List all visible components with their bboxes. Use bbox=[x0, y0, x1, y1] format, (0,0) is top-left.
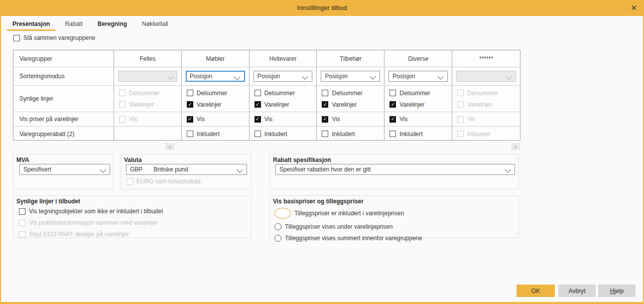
inkludert-hidden-group-label: Inkludert bbox=[467, 131, 490, 138]
varelinjer-mobler-label: Varelinjer bbox=[197, 101, 222, 108]
tilbud-option-0-checkbox[interactable] bbox=[19, 208, 25, 215]
inkludert-mobler-label: Inkludert bbox=[197, 131, 220, 138]
cell-inkludert-hidden-group: Inkludert bbox=[452, 127, 520, 141]
cell-sort-hvitevarer: Posisjon bbox=[250, 67, 317, 86]
vis-mobler-label: Vis bbox=[197, 116, 205, 123]
inkludert-hvitevarer-checkbox[interactable] bbox=[255, 131, 261, 137]
table-scroll-right-button[interactable]: › bbox=[511, 143, 520, 150]
cell-inkludert-mobler: Inkludert bbox=[182, 127, 250, 141]
delsummer-hvitevarer-checkbox[interactable] bbox=[255, 90, 261, 96]
chevron-down-icon bbox=[100, 166, 106, 173]
title-bar: Innstillinger tilbud ✕ bbox=[0, 0, 644, 16]
inkludert-diverse-row: Inkludert bbox=[389, 131, 422, 138]
vis-diverse-checkbox[interactable]: ✓ bbox=[389, 116, 396, 123]
tab-presentasjon[interactable]: Presentasjon bbox=[7, 17, 55, 31]
currency-name: Britiske pund bbox=[153, 166, 188, 173]
cell-sort-felles bbox=[114, 67, 182, 86]
sorteringsmodus-select-diverse[interactable]: Posisjon bbox=[388, 71, 448, 82]
delsummer-mobler-row: Delsummer bbox=[187, 90, 227, 97]
discount-specification-value: Spesifiser rabatten hvor den er gitt bbox=[279, 166, 371, 173]
sorteringsmodus-select-hvitevarer[interactable]: Posisjon bbox=[254, 71, 313, 82]
varelinjer-diverse-checkbox[interactable]: ✓ bbox=[389, 101, 396, 108]
merge-groups-checkbox[interactable] bbox=[13, 35, 20, 41]
basispris-option-1-row: Tilleggspriser vises under varelinjepris… bbox=[274, 223, 422, 230]
basispris-option-0-radio[interactable] bbox=[274, 208, 291, 219]
varelinjer-diverse-row: ✓Varelinjer bbox=[389, 101, 424, 108]
check-icon: ✓ bbox=[323, 102, 327, 107]
ok-button[interactable]: OK bbox=[516, 285, 555, 297]
inkludert-hvitevarer-label: Inkludert bbox=[264, 131, 287, 138]
visible-lines-options: Vis tegningsobjekter som ikke er inklude… bbox=[19, 208, 163, 238]
basispris-option-2-row: Tilleggspriser vises summert innenfor va… bbox=[274, 235, 422, 242]
check-icon: ✓ bbox=[188, 102, 192, 107]
vis-diverse-row: ✓Vis bbox=[389, 116, 407, 123]
chevron-down-icon bbox=[302, 73, 309, 80]
table-scroll-left-button[interactable]: ‹ bbox=[165, 143, 174, 150]
inkludert-tilbehor-checkbox[interactable] bbox=[322, 131, 328, 137]
cell-synlige-hidden-group: DelsummerVarelinjer bbox=[452, 86, 520, 112]
vis-hvitevarer-row: ✓Vis bbox=[255, 116, 272, 123]
tab-nokkeltall[interactable]: Nøkkeltall bbox=[136, 17, 174, 31]
chevron-down-icon bbox=[505, 166, 511, 173]
sorteringsmodus-select-tilbehor[interactable]: Posisjon bbox=[321, 71, 380, 82]
inkludert-tilbehor-row: Inkludert bbox=[322, 131, 355, 138]
mva-section: MVA Spesifisert bbox=[13, 154, 114, 189]
currency-select[interactable]: GBP Britiske pund bbox=[126, 164, 247, 175]
tab-beregning[interactable]: Beregning bbox=[92, 17, 132, 31]
tilbud-option-1-label: Vis plukklisteinformasjon sammen med var… bbox=[29, 219, 158, 226]
help-button[interactable]: Hjelp bbox=[598, 285, 636, 297]
tilbud-option-2-label: Skjul ECO PART detaljer på varelinjer bbox=[29, 231, 129, 238]
basispris-option-1-label: Tilleggspriser vises under varelinjepris… bbox=[285, 223, 392, 230]
tilbud-option-1-checkbox bbox=[19, 220, 25, 226]
radio-dot-icon bbox=[276, 225, 280, 229]
table-header-felles: Felles bbox=[114, 50, 182, 67]
delsummer-diverse-checkbox[interactable] bbox=[389, 90, 396, 96]
sorteringsmodus-select-diverse-value: Posisjon bbox=[392, 73, 415, 80]
varelinjer-mobler-checkbox[interactable]: ✓ bbox=[187, 101, 193, 108]
basispris-option-2-label: Tilleggspriser vises summert innenfor va… bbox=[285, 235, 422, 242]
table-corner-header: Varegrupper bbox=[13, 50, 114, 67]
inkludert-mobler-checkbox[interactable] bbox=[187, 131, 193, 137]
basispris-option-1-radio[interactable] bbox=[274, 223, 281, 230]
base-prices-title: Vis basispriser og tilleggspriser bbox=[273, 198, 364, 205]
basispris-option-0-label: Tilleggspriser er inkludert i varelinjep… bbox=[294, 210, 404, 217]
settings-dialog: Innstillinger tilbud ✕ Presentasjon Raba… bbox=[0, 0, 644, 304]
close-icon[interactable]: ✕ bbox=[631, 3, 637, 12]
tab-rabatt[interactable]: Rabatt bbox=[59, 17, 88, 31]
cell-vis-hvitevarer: ✓Vis bbox=[250, 112, 317, 127]
chevron-down-icon bbox=[370, 73, 376, 80]
basispris-option-2-radio[interactable] bbox=[274, 235, 281, 242]
varelinjer-felles-checkbox bbox=[119, 101, 126, 108]
delsummer-mobler-checkbox[interactable] bbox=[187, 90, 193, 96]
check-icon: ✓ bbox=[188, 117, 192, 122]
euro-main-currency-checkbox bbox=[127, 178, 133, 185]
mva-select[interactable]: Spesifisert bbox=[19, 164, 110, 175]
vis-hvitevarer-checkbox[interactable]: ✓ bbox=[255, 116, 261, 123]
cancel-button[interactable]: Avbryt bbox=[558, 285, 596, 297]
inkludert-diverse-label: Inkludert bbox=[399, 131, 422, 138]
vis-mobler-checkbox[interactable]: ✓ bbox=[187, 116, 193, 123]
cell-vis-diverse: ✓Vis bbox=[385, 112, 452, 127]
delsummer-tilbehor-checkbox[interactable] bbox=[322, 90, 328, 96]
vis-hidden-group-checkbox bbox=[457, 116, 464, 123]
discount-specification-select[interactable]: Spesifiser rabatten hvor den er gitt bbox=[275, 164, 515, 175]
vis-diverse-label: Vis bbox=[399, 116, 407, 123]
chevron-down-icon bbox=[506, 73, 512, 80]
ok-button-label: OK bbox=[531, 288, 540, 295]
cell-inkludert-diverse: Inkludert bbox=[385, 127, 452, 141]
row-label-varegrupperabatt: Varegrupperabatt (2) bbox=[13, 127, 114, 141]
vis-felles-label: Vis bbox=[129, 116, 137, 123]
varelinjer-felles-row: Varelinjer bbox=[119, 101, 154, 108]
varelinjer-hvitevarer-checkbox[interactable]: ✓ bbox=[255, 101, 261, 108]
vis-tilbehor-checkbox[interactable]: ✓ bbox=[322, 116, 328, 123]
varelinjer-tilbehor-checkbox[interactable]: ✓ bbox=[322, 101, 328, 108]
cell-vis-tilbehor: ✓Vis bbox=[317, 112, 385, 127]
inkludert-hidden-group-row: Inkludert bbox=[457, 131, 490, 138]
chevron-down-icon bbox=[234, 74, 241, 80]
sorteringsmodus-select-mobler[interactable]: Posisjon bbox=[186, 71, 245, 82]
inkludert-diverse-checkbox[interactable] bbox=[389, 131, 396, 137]
table-header-diverse: Diverse bbox=[385, 50, 452, 67]
mva-label: MVA bbox=[16, 156, 29, 163]
currency-label: Valuta bbox=[124, 156, 141, 163]
tilbud-option-1-row: Vis plukklisteinformasjon sammen med var… bbox=[19, 219, 163, 226]
